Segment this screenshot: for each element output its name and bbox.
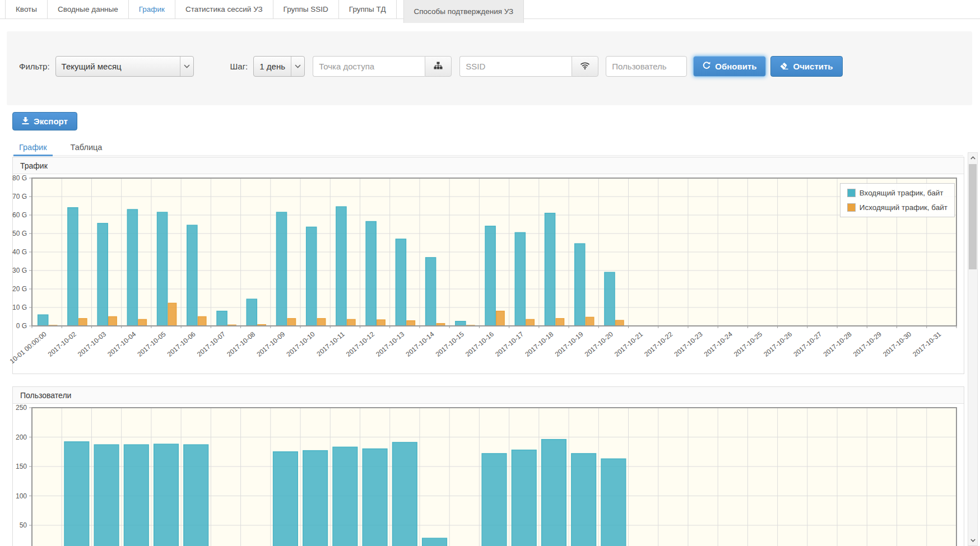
svg-text:2017-10-26: 2017-10-26 <box>762 330 793 358</box>
period-select-value: Текущий месяц <box>56 62 180 71</box>
access-point-picker-button[interactable] <box>425 56 452 77</box>
outgoing-traffic-label: Исходящий трафик, байт <box>860 203 948 212</box>
tab-gruppy-ssid[interactable]: Группы SSID <box>273 0 339 18</box>
scroll-down-arrow-icon[interactable] <box>968 536 977 545</box>
svg-text:2017-10-29: 2017-10-29 <box>852 330 883 358</box>
svg-text:2017-10-30: 2017-10-30 <box>881 330 913 358</box>
refresh-button-label: Обновить <box>715 62 756 71</box>
legend-item-outgoing: Исходящий трафик, байт <box>847 203 948 212</box>
filter-row: Фильтр: Текущий месяц Шаг: 1 день <box>7 31 972 77</box>
subtab-label: Таблица <box>71 143 103 152</box>
tab-label: Способы подтверждения УЗ <box>414 7 514 16</box>
access-point-group <box>313 56 452 77</box>
download-icon <box>22 116 29 126</box>
refresh-icon <box>703 62 710 71</box>
users-panel: Пользователи 050100150200250 <box>12 386 964 546</box>
traffic-chart[interactable]: 0 G10 G20 G30 G40 G50 G60 G70 G80 G10-01… <box>13 174 964 374</box>
ssid-group <box>459 56 598 77</box>
svg-text:2017-10-21: 2017-10-21 <box>613 330 644 358</box>
user-input[interactable] <box>606 56 687 77</box>
svg-text:20 G: 20 G <box>12 285 27 293</box>
sitemap-icon <box>434 62 443 72</box>
svg-text:50 G: 50 G <box>12 230 27 237</box>
incoming-traffic-label: Входящий трафик, байт <box>860 189 944 197</box>
svg-text:2017-10-19: 2017-10-19 <box>554 330 585 358</box>
traffic-panel: Трафик 0 G10 G20 G30 G40 G50 G60 G70 G80… <box>12 157 964 374</box>
view-tab-bar: График Таблица <box>12 139 963 156</box>
clear-button-label: Очистить <box>793 62 833 71</box>
step-label: Шаг: <box>230 62 248 71</box>
svg-text:250: 250 <box>16 404 27 412</box>
users-panel-title: Пользователи <box>13 387 964 404</box>
svg-text:2017-10-22: 2017-10-22 <box>643 330 674 358</box>
svg-text:150: 150 <box>16 463 27 470</box>
users-chart[interactable]: 050100150200250 <box>13 404 964 546</box>
view-tab-chart[interactable]: График <box>12 139 54 155</box>
step-select-value: 1 день <box>254 62 291 71</box>
vertical-scrollbar[interactable] <box>968 152 978 546</box>
scroll-up-arrow-icon[interactable] <box>968 153 977 162</box>
svg-text:70 G: 70 G <box>12 193 27 200</box>
tab-grafik[interactable]: График <box>129 0 175 18</box>
export-button[interactable]: Экспорт <box>12 112 77 130</box>
svg-text:40 G: 40 G <box>12 248 27 256</box>
svg-text:200: 200 <box>16 433 27 441</box>
tab-statistika-sessij[interactable]: Статистика сессий УЗ <box>175 0 273 18</box>
legend-item-incoming: Входящий трафик, байт <box>847 189 948 197</box>
view-tab-table[interactable]: Таблица <box>64 139 109 155</box>
svg-text:0 G: 0 G <box>16 322 27 330</box>
svg-text:80 G: 80 G <box>12 174 27 182</box>
svg-text:2017-10-17: 2017-10-17 <box>494 330 525 358</box>
tab-label: Сводные данные <box>58 5 118 13</box>
clear-button[interactable]: Очистить <box>770 56 842 77</box>
svg-text:60 G: 60 G <box>12 211 27 219</box>
ssid-picker-button[interactable] <box>572 56 598 77</box>
refresh-button[interactable]: Обновить <box>693 56 766 77</box>
svg-text:2017-10-25: 2017-10-25 <box>732 330 764 358</box>
tab-sposoby-podtverzhdeniya[interactable]: Способы подтверждения УЗ <box>403 0 524 23</box>
svg-text:2017-10-08: 2017-10-08 <box>225 330 257 358</box>
tab-gruppy-td[interactable]: Группы ТД <box>339 0 397 18</box>
svg-text:10 G: 10 G <box>12 304 27 311</box>
svg-text:2017-10-12: 2017-10-12 <box>345 330 376 358</box>
ssid-input[interactable] <box>459 56 572 77</box>
main-tab-bar: Квоты Сводные данные График Статистика с… <box>0 0 980 19</box>
svg-text:100: 100 <box>16 492 27 500</box>
svg-text:2017-10-20: 2017-10-20 <box>583 330 615 358</box>
subtab-label: График <box>19 143 47 152</box>
incoming-traffic-swatch <box>847 189 856 197</box>
svg-text:2017-10-04: 2017-10-04 <box>106 330 137 358</box>
tab-label: Квоты <box>16 5 37 13</box>
svg-text:2017-10-31: 2017-10-31 <box>911 330 942 358</box>
svg-text:2017-10-06: 2017-10-06 <box>166 330 197 358</box>
period-select[interactable]: Текущий месяц <box>55 56 194 77</box>
svg-text:30 G: 30 G <box>12 267 27 274</box>
svg-text:2017-10-10: 2017-10-10 <box>285 330 317 358</box>
traffic-chart-legend: Входящий трафик, байт Исходящий трафик, … <box>840 183 955 217</box>
scrollbar-thumb[interactable] <box>969 164 977 269</box>
chevron-down-icon <box>180 57 193 76</box>
svg-text:2017-10-13: 2017-10-13 <box>374 330 406 358</box>
svg-text:2017-10-05: 2017-10-05 <box>136 330 167 358</box>
svg-text:2017-10-03: 2017-10-03 <box>76 330 108 358</box>
tab-kvoty[interactable]: Квоты <box>5 0 48 18</box>
svg-text:2017-10-27: 2017-10-27 <box>792 330 823 358</box>
eraser-icon <box>780 62 788 71</box>
svg-text:2017-10-14: 2017-10-14 <box>404 330 435 358</box>
chevron-down-icon <box>291 57 304 76</box>
svg-text:2017-10-09: 2017-10-09 <box>255 330 286 358</box>
svg-text:2017-10-15: 2017-10-15 <box>434 330 466 358</box>
tab-svodnye-dannye[interactable]: Сводные данные <box>48 0 129 18</box>
svg-text:2017-10-11: 2017-10-11 <box>315 330 346 358</box>
access-point-input[interactable] <box>313 56 425 77</box>
filter-label: Фильтр: <box>19 62 50 71</box>
svg-text:2017-10-18: 2017-10-18 <box>523 330 555 358</box>
filter-panel: Фильтр: Текущий месяц Шаг: 1 день <box>7 31 972 105</box>
svg-text:50: 50 <box>20 521 27 529</box>
tab-label: Группы ТД <box>349 5 386 13</box>
tab-label: Группы SSID <box>284 5 328 13</box>
svg-text:2017-10-23: 2017-10-23 <box>672 330 704 358</box>
svg-text:2017-10-24: 2017-10-24 <box>703 330 734 358</box>
outgoing-traffic-swatch <box>847 203 856 212</box>
step-select[interactable]: 1 день <box>253 56 305 77</box>
